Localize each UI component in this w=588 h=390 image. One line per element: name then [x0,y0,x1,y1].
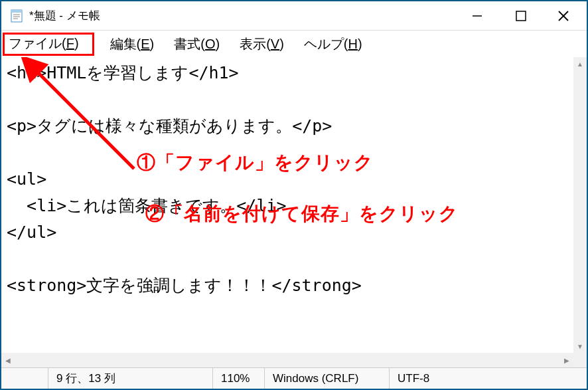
menu-view[interactable]: 表示(V) [236,33,288,55]
status-line-ending: Windows (CRLF) [264,368,389,389]
menu-format[interactable]: 書式(O) [170,33,224,55]
window-controls [455,1,584,30]
menu-help[interactable]: ヘルプ(H) [300,33,366,55]
text-editor[interactable]: <h1>HTMLを学習します</h1> <p>タグには様々な種類があります。</… [1,57,587,367]
scroll-down-icon[interactable]: ▼ [573,340,587,353]
scroll-right-icon[interactable]: ▶ [560,353,573,367]
vertical-scrollbar[interactable]: ▲ ▼ [573,57,587,353]
menu-edit[interactable]: 編集(E) [106,33,159,55]
scroll-up-icon[interactable]: ▲ [573,57,587,70]
horizontal-scrollbar[interactable]: ◀ ▶ [1,353,573,367]
close-button[interactable] [543,1,584,30]
status-zoom: 110% [212,368,264,389]
status-position: 9 行、13 列 [48,368,212,389]
menu-bar: ファイル(F) 編集(E) 書式(O) 表示(V) ヘルプ(H) [1,31,587,57]
status-bar: 9 行、13 列 110% Windows (CRLF) UTF-8 [1,367,587,389]
svg-rect-1 [11,10,22,13]
scroll-corner [573,353,587,367]
minimize-button[interactable] [455,1,499,30]
menu-file[interactable]: ファイル(F) [3,33,94,56]
status-spacer [1,368,48,389]
svg-rect-6 [516,11,526,21]
maximize-button[interactable] [499,1,543,30]
notepad-window: *無題 - メモ帳 ファイル(F) 編集(E) 書式(O) [0,0,588,390]
notepad-icon [9,9,24,23]
scroll-left-icon[interactable]: ◀ [1,353,15,367]
content-area: <h1>HTMLを学習します</h1> <p>タグには様々な種類があります。</… [1,57,587,367]
status-encoding: UTF-8 [389,368,587,389]
window-title: *無題 - メモ帳 [29,8,455,23]
title-bar[interactable]: *無題 - メモ帳 [1,1,587,31]
